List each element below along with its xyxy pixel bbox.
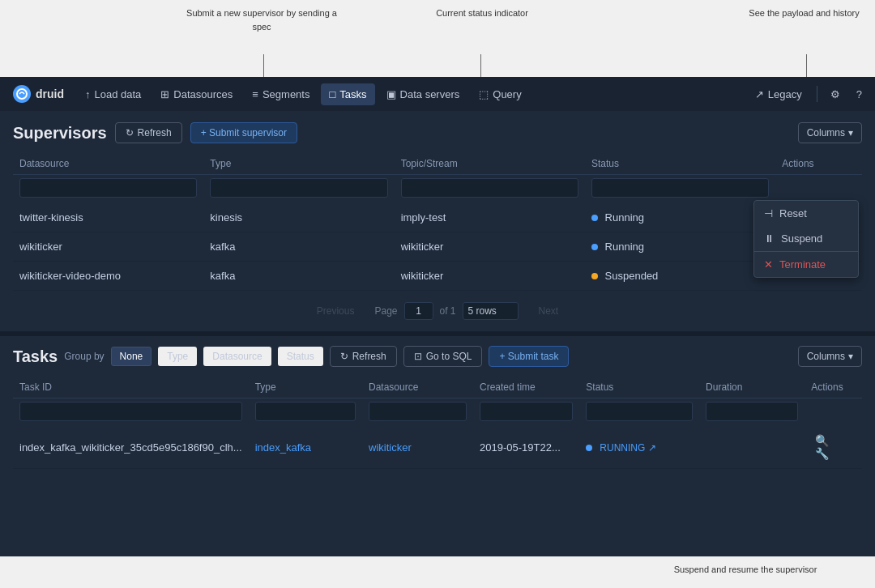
suspend-icon: ⏸ (764, 232, 775, 245)
tasks-filter-duration[interactable] (706, 402, 798, 421)
tasks-title: Tasks (13, 347, 58, 366)
gear-icon: ⚙ (830, 88, 840, 100)
task-col-status: Status (579, 375, 699, 398)
task-more-actions-button-1[interactable]: 🔧 (811, 445, 833, 462)
nav-item-data-servers[interactable]: ▣ Data servers (378, 83, 468, 105)
task-datasource-1: wikiticker (362, 426, 473, 469)
nav-item-segments[interactable]: ≡ Segments (244, 83, 318, 105)
previous-page-button[interactable]: Previous (303, 300, 369, 322)
nav-item-legacy[interactable]: ↗ Legacy (747, 83, 810, 105)
task-status-link-icon[interactable]: ↗ (648, 442, 656, 454)
task-col-created: Created time (473, 375, 579, 398)
supervisor-datasource-2: wikiticker (13, 232, 203, 262)
suspend-label: Suspend (781, 232, 822, 245)
filter-type[interactable] (210, 178, 387, 198)
tasks-columns-button[interactable]: Columns ▾ (798, 346, 862, 367)
tasks-refresh-button[interactable]: ↻ Refresh (330, 346, 397, 367)
task-duration-1 (699, 426, 805, 469)
reset-label: Reset (779, 207, 807, 219)
nav-item-query[interactable]: ⬚ Query (471, 83, 529, 105)
supervisors-pagination: Previous Page of 1 5 rows 10 rows 20 row… (0, 291, 875, 331)
col-type: Type (203, 151, 394, 175)
task-type-1: index_kafka (249, 426, 362, 469)
context-menu-suspend[interactable]: ⏸ Suspend (754, 226, 858, 251)
go-to-sql-label: Go to SQL (426, 351, 472, 362)
tasks-table-header-row: Task ID Type Datasource Created time Sta… (13, 375, 862, 398)
supervisor-row-2: wikiticker kafka wikiticker Running (13, 232, 862, 262)
task-col-duration: Duration (699, 375, 805, 398)
supervisor-topic-1: imply-test (395, 202, 585, 232)
group-by-type-button[interactable]: Type (158, 347, 197, 366)
supervisor-topic-2: wikiticker (395, 232, 585, 262)
group-by-status-button[interactable]: Status (278, 347, 323, 366)
filter-topic[interactable] (401, 178, 578, 198)
context-menu: ⊣ Reset ⏸ Suspend ✕ Terminate (753, 200, 859, 278)
task-id-1: index_kafka_wikiticker_35cd5e95c186f90_c… (13, 426, 249, 469)
nav-item-label: Tasks (339, 88, 366, 100)
task-col-datasource: Datasource (362, 375, 473, 398)
nav-item-tasks[interactable]: □ Tasks (321, 83, 374, 105)
supervisors-header: Supervisors ↻ Refresh + Submit superviso… (0, 111, 875, 151)
context-menu-reset[interactable]: ⊣ Reset (754, 201, 858, 226)
task-datasource-link-1[interactable]: wikiticker (369, 441, 412, 454)
submit-supervisor-label: + Submit supervisor (201, 127, 287, 138)
annotation-current-status: Current status indicator (425, 6, 539, 20)
task-status-dot-1 (586, 445, 592, 451)
bottom-annotations: Suspend and resume the supervisor (0, 556, 875, 588)
supervisors-table: Datasource Type Topic/Stream Status Acti… (13, 151, 862, 291)
supervisors-title: Supervisors (13, 124, 107, 143)
druid-logo-icon (13, 85, 31, 103)
tasks-icon: □ (329, 88, 335, 100)
supervisors-columns-button[interactable]: Columns ▾ (798, 122, 862, 143)
tasks-table: Task ID Type Datasource Created time Sta… (13, 375, 862, 469)
reset-icon: ⊣ (764, 207, 773, 219)
help-button[interactable]: ? (850, 83, 869, 105)
annotation-submit-supervisor: Submit a new supervisor by sending a spe… (181, 6, 343, 33)
nav-logo[interactable]: druid (6, 85, 70, 103)
tasks-refresh-icon: ↻ (340, 351, 348, 362)
sql-icon: ⊡ (414, 351, 422, 362)
query-icon: ⬚ (479, 88, 489, 100)
supervisor-status-1: Running (585, 202, 775, 232)
tasks-filter-created[interactable] (480, 402, 573, 421)
go-to-sql-button[interactable]: ⊡ Go to SQL (403, 346, 483, 367)
col-datasource: Datasource (13, 151, 203, 175)
nav-divider (817, 86, 817, 102)
nav-item-label: Load data (95, 88, 142, 100)
status-dot-running-2 (591, 244, 598, 250)
submit-task-label: + Submit task (499, 351, 558, 362)
supervisors-table-container: Datasource Type Topic/Stream Status Acti… (0, 151, 875, 291)
settings-button[interactable]: ⚙ (824, 83, 847, 105)
group-by-none-button[interactable]: None (111, 347, 152, 366)
status-dot-suspended (591, 273, 598, 279)
tasks-filter-datasource[interactable] (369, 402, 467, 421)
task-col-actions: Actions (805, 375, 862, 398)
tasks-filter-type[interactable] (255, 402, 356, 421)
submit-supervisor-button[interactable]: + Submit supervisor (190, 122, 297, 143)
submit-task-button[interactable]: + Submit task (489, 346, 569, 367)
tasks-filter-status[interactable] (586, 402, 693, 421)
context-menu-terminate[interactable]: ✕ Terminate (754, 252, 858, 277)
filter-datasource[interactable] (19, 178, 197, 198)
next-page-button[interactable]: Next (525, 300, 573, 322)
running-badge-1: RUNNING ↗ (586, 442, 656, 454)
tasks-filter-row (13, 398, 862, 427)
legacy-icon: ↗ (755, 88, 764, 100)
rows-per-page-select[interactable]: 5 rows 10 rows 20 rows 50 rows (463, 302, 519, 320)
task-type-link-1[interactable]: index_kafka (255, 441, 311, 454)
status-dot-running-1 (591, 215, 598, 221)
supervisors-refresh-button[interactable]: ↻ Refresh (115, 122, 182, 143)
data-servers-icon: ▣ (386, 88, 396, 100)
annotation-payload-history: See the payload and history (745, 6, 863, 20)
nav-right-controls: ↗ Legacy ⚙ ? (747, 83, 869, 105)
filter-status[interactable] (591, 178, 769, 198)
main-content: Supervisors ↻ Refresh + Submit superviso… (0, 111, 875, 556)
nav-logo-text: druid (36, 87, 64, 100)
group-by-datasource-button[interactable]: Datasource (203, 347, 271, 366)
terminate-icon: ✕ (764, 258, 773, 271)
nav-item-load-data[interactable]: ↑ Load data (77, 83, 149, 105)
tasks-filter-id[interactable] (19, 402, 242, 421)
nav-item-datasources[interactable]: ⊞ Datasources (152, 83, 241, 105)
col-topic-stream: Topic/Stream (395, 151, 585, 175)
page-number-input[interactable] (404, 302, 433, 320)
